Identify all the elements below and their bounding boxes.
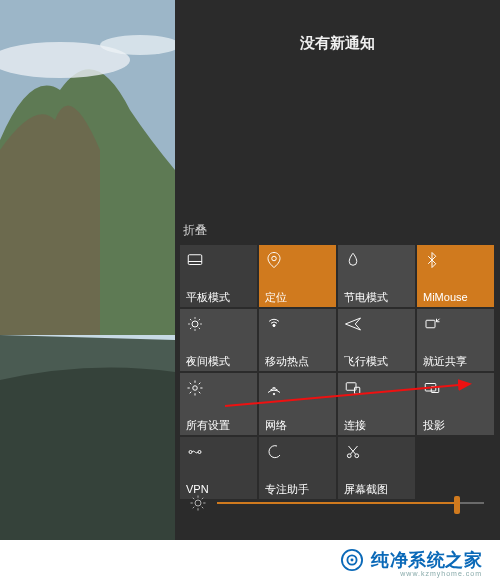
- airplane-icon: [344, 315, 362, 333]
- focus-assist-icon: [265, 443, 283, 461]
- tile-label: 连接: [344, 420, 409, 431]
- tile-label: 节电模式: [344, 292, 409, 303]
- tile-airplane-mode[interactable]: 飞行模式: [338, 309, 415, 371]
- tile-label: 夜间模式: [186, 356, 251, 367]
- tile-label: 移动热点: [265, 356, 330, 367]
- location-icon: [265, 251, 283, 269]
- tile-tablet-mode[interactable]: 平板模式: [180, 245, 257, 307]
- svg-rect-15: [425, 384, 436, 392]
- no-notifications-title: 没有新通知: [175, 34, 500, 53]
- svg-rect-5: [188, 255, 202, 265]
- snip-icon: [344, 443, 362, 461]
- tile-nearby-sharing[interactable]: 就近共享: [417, 309, 494, 371]
- svg-point-22: [195, 500, 201, 506]
- svg-point-7: [272, 256, 277, 261]
- tile-label: 就近共享: [423, 356, 488, 367]
- tile-connect[interactable]: 连接: [338, 373, 415, 435]
- vpn-icon: [186, 443, 204, 461]
- tile-battery-saver[interactable]: 节电模式: [338, 245, 415, 307]
- tile-label: 平板模式: [186, 292, 251, 303]
- battery-saver-icon: [344, 251, 362, 269]
- settings-icon: [186, 379, 204, 397]
- watermark-sub: www.kzmyhome.com: [0, 570, 500, 577]
- connect-icon: [344, 379, 362, 397]
- tile-project[interactable]: 投影: [417, 373, 494, 435]
- svg-point-9: [273, 324, 275, 326]
- network-icon: [265, 379, 283, 397]
- svg-point-20: [355, 454, 359, 458]
- action-center-panel: 没有新通知 折叠 平板模式 定位 节电模式 MiMouse: [175, 0, 500, 540]
- tile-label: 飞行模式: [344, 356, 409, 367]
- watermark-text: 纯净系统之家: [371, 548, 482, 572]
- svg-point-29: [351, 558, 354, 561]
- svg-point-18: [198, 451, 201, 454]
- svg-rect-16: [431, 387, 439, 393]
- brightness-slider[interactable]: [217, 502, 484, 504]
- desktop-wallpaper: [0, 0, 175, 540]
- tile-label: 所有设置: [186, 420, 251, 431]
- tile-location[interactable]: 定位: [259, 245, 336, 307]
- tablet-mode-icon: [186, 251, 204, 269]
- quick-action-tiles: 平板模式 定位 节电模式 MiMouse 夜间模式: [179, 244, 496, 500]
- tile-bluetooth[interactable]: MiMouse: [417, 245, 494, 307]
- tile-label: 网络: [265, 420, 330, 431]
- watermark-logo-icon: [341, 549, 363, 571]
- hotspot-icon: [265, 315, 283, 333]
- svg-point-12: [273, 393, 275, 395]
- screenshot-root: 没有新通知 折叠 平板模式 定位 节电模式 MiMouse: [0, 0, 500, 579]
- tile-night-light[interactable]: 夜间模式: [180, 309, 257, 371]
- collapse-link[interactable]: 折叠: [183, 222, 207, 239]
- tile-label: MiMouse: [423, 292, 488, 303]
- nearby-share-icon: [423, 315, 441, 333]
- svg-rect-10: [426, 320, 435, 328]
- svg-point-8: [192, 321, 198, 327]
- project-icon: [423, 379, 441, 397]
- tile-label: 投影: [423, 420, 488, 431]
- brightness-fill: [217, 502, 457, 504]
- brightness-thumb[interactable]: [454, 496, 460, 514]
- tile-label: 定位: [265, 292, 330, 303]
- night-light-icon: [186, 315, 204, 333]
- brightness-icon: [189, 494, 207, 512]
- tile-mobile-hotspot[interactable]: 移动热点: [259, 309, 336, 371]
- tile-all-settings[interactable]: 所有设置: [180, 373, 257, 435]
- brightness-slider-row: [175, 488, 500, 518]
- svg-point-11: [193, 386, 198, 391]
- tile-network[interactable]: 网络: [259, 373, 336, 435]
- watermark-bar: 纯净系统之家 www.kzmyhome.com: [0, 540, 500, 579]
- bluetooth-icon: [423, 251, 441, 269]
- svg-point-17: [189, 451, 192, 454]
- svg-point-19: [347, 454, 351, 458]
